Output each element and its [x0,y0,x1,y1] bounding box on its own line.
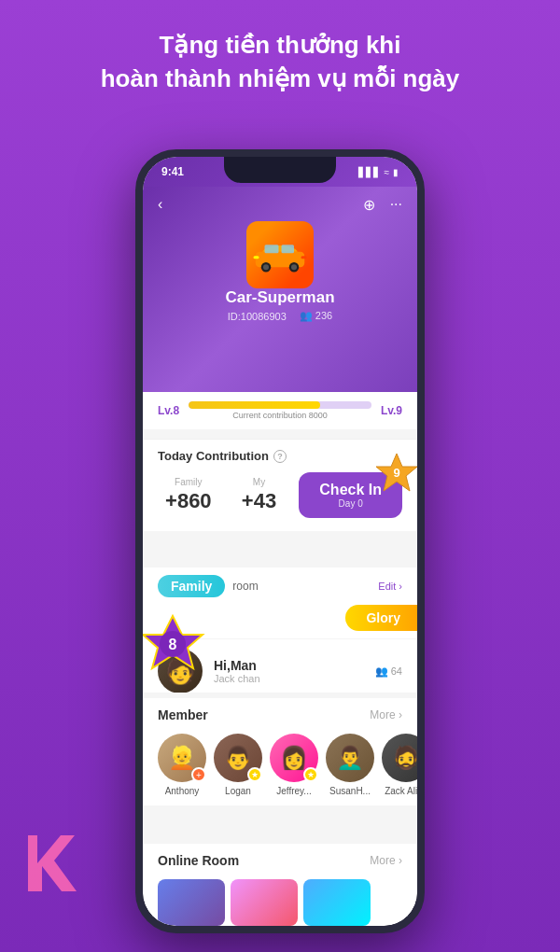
family-contribution: Family +860 [158,477,219,513]
online-room-header: Online Room More › [158,853,402,868]
host-count: 👥 64 [375,665,402,678]
my-value: +43 [229,489,290,513]
glory-tag: Glory [345,605,417,631]
svg-rect-1 [265,245,279,253]
status-icons: ▋▋▋ ≈ ▮ [358,167,399,177]
contribution-row: Family +860 My +43 Check In Day 0 [158,472,402,518]
member-name-anthony: Anthony [158,786,206,796]
member-name-jeffrey: Jeffrey... [270,786,318,796]
member-avatar-zack: 🧔 [382,734,417,782]
svg-rect-7 [254,256,259,259]
profile-nav: ‹ ⊕ ··· [143,196,417,214]
profile-followers: 👥 236 [300,310,332,322]
more-dots-icon[interactable]: ··· [390,196,402,214]
phone-shell: 9:41 ▋▋▋ ≈ ▮ ‹ ⊕ ··· [135,149,425,933]
contribution-section: Today Contribution ? Family +860 My +43 … [143,439,417,531]
header-line2: hoàn thành nhiệm vụ mỗi ngày [37,62,523,95]
planet-icon[interactable]: ⊕ [363,196,375,214]
svg-point-6 [291,264,297,270]
my-contribution: My +43 [229,477,290,513]
member-item: 👱 + Anthony [158,734,206,796]
members-more-link[interactable]: More › [370,708,402,721]
svg-text:9: 9 [393,466,399,480]
members-section: Member More › 👱 + Anthony 👨 ★ [143,693,417,805]
profile-name: Car-Superman [225,288,334,307]
contribution-title: Today Contribution ? [158,449,402,463]
member-name-susan: SusanH... [326,786,374,796]
xp-bar-bg [189,401,371,409]
profile-meta: ID:10086903 👥 236 [228,310,332,322]
phone-notch [224,157,336,183]
profile-header: ‹ ⊕ ··· [143,187,417,392]
my-label: My [229,477,290,487]
star-badge-jeffrey: ★ [303,767,318,782]
members-title: Member [158,707,208,722]
level9-badge: 9 [376,452,417,497]
member-avatar-anthony: 👱 + [158,734,206,782]
online-room-section: Online Room More › [143,838,417,926]
svg-point-4 [263,264,269,270]
online-room-title: Online Room [158,853,239,868]
checkin-label: Check In [319,482,382,498]
online-room-row [158,879,402,926]
profile-id: ID:10086903 [228,311,287,322]
family-value: +860 [158,489,219,513]
xp-bar-fill [189,401,320,409]
members-header: Member More › [158,707,402,722]
level-current: Lv.8 [158,404,179,417]
followers-icon: 👥 [300,310,313,321]
help-icon[interactable]: ? [273,450,287,463]
members-row: 👱 + Anthony 👨 ★ Logan 👩 [158,734,402,796]
signal-icon: ▋▋▋ [358,167,381,177]
add-badge-anthony: + [191,767,206,782]
svg-rect-8 [301,256,307,259]
family-header: Family room Edit › [143,567,417,605]
edit-link[interactable]: Edit › [378,581,402,592]
member-name-logan: Logan [214,786,262,796]
svg-text:8: 8 [169,637,177,652]
back-button[interactable]: ‹ [158,196,162,214]
wifi-icon: ≈ [385,167,390,177]
online-room-thumb-2[interactable] [231,879,298,926]
member-item: 👩 ★ Jeffrey... [270,734,318,796]
star-badge-logan: ★ [247,767,262,782]
member-avatar-logan: 👨 ★ [214,734,262,782]
header-text: Tặng tiền thưởng khi hoàn thành nhiệm vụ… [0,28,560,96]
header-line1: Tặng tiền thưởng khi [37,28,523,62]
level8-badge-float: 8 [143,614,210,678]
level-next: Lv.9 [381,404,402,417]
battery-icon: ▮ [393,167,399,177]
host-name: Jack chan [214,673,260,684]
status-time: 9:41 [161,165,184,178]
online-room-thumb-1[interactable] [158,879,225,926]
room-label: room [232,580,258,593]
member-item: 👨 ★ Logan [214,734,262,796]
svg-rect-2 [282,245,295,253]
people-icon: 👥 [375,665,388,678]
family-tag: Family [158,575,225,597]
online-room-thumb-3[interactable] [303,879,371,926]
checkin-sub: Day 0 [319,498,382,509]
member-name-zack: Zack Alice [382,786,417,796]
level-bar-section: Lv.8 Current contribution 8000 Lv.9 [143,392,417,429]
member-item: 🧔 Zack Alice [382,734,417,796]
member-avatar-susan: 👨‍🦱 [326,734,374,782]
xp-text: Current contribution 8000 [189,411,371,420]
k-logo [28,831,84,896]
online-room-more-link[interactable]: More › [370,854,402,867]
host-greeting: Hi,Man [214,658,260,673]
member-avatar-jeffrey: 👩 ★ [270,734,318,782]
profile-avatar [246,221,314,288]
family-label: Family [158,477,219,487]
nav-right: ⊕ ··· [363,196,402,214]
phone-screen: 9:41 ▋▋▋ ≈ ▮ ‹ ⊕ ··· [143,157,417,926]
host-info: Hi,Man Jack chan [214,658,260,684]
xp-bar-wrap: Current contribution 8000 [189,401,371,420]
member-item: 👨‍🦱 SusanH... [326,734,374,796]
